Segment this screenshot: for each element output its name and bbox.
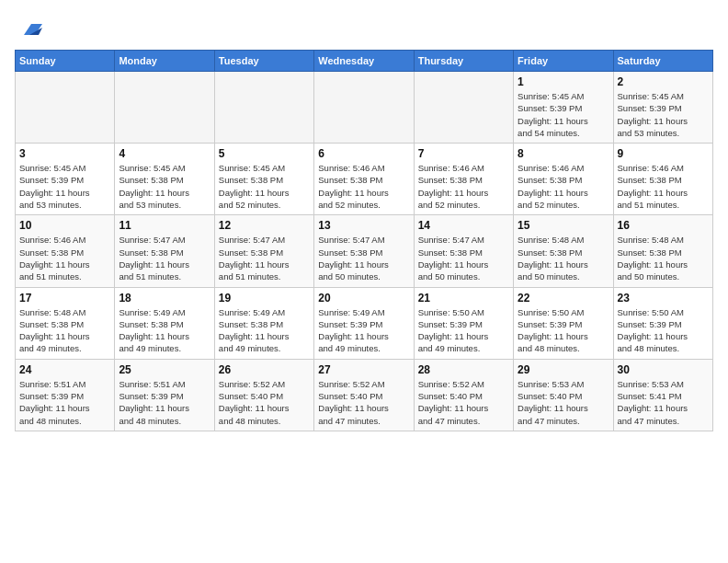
logo-icon [17,15,42,40]
day-number: 10 [19,219,110,232]
day-info: Sunrise: 5:49 AM Sunset: 5:39 PM Dayligh… [318,306,409,355]
day-number: 11 [119,219,210,232]
calendar-cell: 8Sunrise: 5:46 AM Sunset: 5:38 PM Daylig… [514,144,613,215]
calendar-cell: 26Sunrise: 5:52 AM Sunset: 5:40 PM Dayli… [214,359,313,431]
day-info: Sunrise: 5:51 AM Sunset: 5:39 PM Dayligh… [19,378,110,427]
calendar-cell: 6Sunrise: 5:46 AM Sunset: 5:38 PM Daylig… [314,144,414,215]
day-info: Sunrise: 5:45 AM Sunset: 5:39 PM Dayligh… [19,162,110,211]
calendar-day-header: Wednesday [314,51,414,72]
day-number: 4 [119,147,210,160]
day-number: 12 [219,219,310,232]
day-info: Sunrise: 5:48 AM Sunset: 5:38 PM Dayligh… [19,306,110,355]
day-info: Sunrise: 5:45 AM Sunset: 5:39 PM Dayligh… [518,90,609,139]
day-number: 16 [618,219,709,232]
calendar-cell: 24Sunrise: 5:51 AM Sunset: 5:39 PM Dayli… [16,359,115,431]
day-info: Sunrise: 5:52 AM Sunset: 5:40 PM Dayligh… [318,378,409,427]
day-info: Sunrise: 5:53 AM Sunset: 5:41 PM Dayligh… [618,378,709,427]
calendar-cell: 7Sunrise: 5:46 AM Sunset: 5:38 PM Daylig… [414,144,513,215]
day-info: Sunrise: 5:46 AM Sunset: 5:38 PM Dayligh… [518,162,609,211]
day-number: 8 [518,147,609,160]
day-number: 20 [318,292,409,304]
calendar-cell: 20Sunrise: 5:49 AM Sunset: 5:39 PM Dayli… [314,287,414,359]
day-number: 24 [19,363,110,376]
calendar-cell: 29Sunrise: 5:53 AM Sunset: 5:40 PM Dayli… [514,359,613,431]
day-info: Sunrise: 5:46 AM Sunset: 5:38 PM Dayligh… [418,162,509,211]
calendar-cell: 17Sunrise: 5:48 AM Sunset: 5:38 PM Dayli… [16,287,115,359]
calendar-cell: 10Sunrise: 5:46 AM Sunset: 5:38 PM Dayli… [16,215,115,287]
calendar-day-header: Saturday [613,51,712,72]
day-number: 15 [518,219,609,232]
page-header [15,15,713,40]
day-number: 5 [219,147,310,160]
calendar-cell: 2Sunrise: 5:45 AM Sunset: 5:39 PM Daylig… [613,72,712,144]
day-number: 29 [518,363,609,376]
calendar-cell: 18Sunrise: 5:49 AM Sunset: 5:38 PM Dayli… [115,287,214,359]
calendar-week-row: 3Sunrise: 5:45 AM Sunset: 5:39 PM Daylig… [16,144,713,215]
calendar-body: 1Sunrise: 5:45 AM Sunset: 5:39 PM Daylig… [16,72,713,431]
day-info: Sunrise: 5:47 AM Sunset: 5:38 PM Dayligh… [418,234,509,282]
day-number: 13 [318,219,409,232]
day-number: 14 [418,219,509,232]
calendar-cell: 16Sunrise: 5:48 AM Sunset: 5:38 PM Dayli… [613,215,712,287]
day-number: 7 [418,147,509,160]
calendar-cell: 13Sunrise: 5:47 AM Sunset: 5:38 PM Dayli… [314,215,414,287]
day-info: Sunrise: 5:50 AM Sunset: 5:39 PM Dayligh… [518,306,609,355]
calendar-week-row: 10Sunrise: 5:46 AM Sunset: 5:38 PM Dayli… [16,215,713,287]
logo [15,15,42,40]
day-number: 23 [618,292,709,304]
day-info: Sunrise: 5:49 AM Sunset: 5:38 PM Dayligh… [219,306,310,355]
day-number: 28 [418,363,509,376]
day-info: Sunrise: 5:52 AM Sunset: 5:40 PM Dayligh… [219,378,310,427]
day-info: Sunrise: 5:46 AM Sunset: 5:38 PM Dayligh… [19,234,110,282]
calendar-day-header: Sunday [16,51,115,72]
calendar-table: SundayMondayTuesdayWednesdayThursdayFrid… [15,50,713,431]
calendar-week-row: 17Sunrise: 5:48 AM Sunset: 5:38 PM Dayli… [16,287,713,359]
day-number: 1 [518,75,609,88]
calendar-cell: 11Sunrise: 5:47 AM Sunset: 5:38 PM Dayli… [115,215,214,287]
calendar-cell: 9Sunrise: 5:46 AM Sunset: 5:38 PM Daylig… [613,144,712,215]
calendar-cell: 14Sunrise: 5:47 AM Sunset: 5:38 PM Dayli… [414,215,513,287]
calendar-cell [414,72,513,144]
calendar-day-header: Thursday [414,51,513,72]
calendar-cell: 12Sunrise: 5:47 AM Sunset: 5:38 PM Dayli… [214,215,313,287]
calendar-cell [16,72,115,144]
day-info: Sunrise: 5:45 AM Sunset: 5:38 PM Dayligh… [219,162,310,211]
calendar-day-header: Tuesday [214,51,313,72]
calendar-cell: 5Sunrise: 5:45 AM Sunset: 5:38 PM Daylig… [214,144,313,215]
calendar-cell: 1Sunrise: 5:45 AM Sunset: 5:39 PM Daylig… [514,72,613,144]
day-info: Sunrise: 5:48 AM Sunset: 5:38 PM Dayligh… [518,234,609,282]
calendar-cell: 30Sunrise: 5:53 AM Sunset: 5:41 PM Dayli… [613,359,712,431]
day-number: 25 [119,363,210,376]
day-number: 2 [618,75,709,88]
day-number: 22 [518,292,609,304]
day-number: 6 [318,147,409,160]
day-info: Sunrise: 5:46 AM Sunset: 5:38 PM Dayligh… [318,162,409,211]
calendar-cell: 21Sunrise: 5:50 AM Sunset: 5:39 PM Dayli… [414,287,513,359]
calendar-cell: 19Sunrise: 5:49 AM Sunset: 5:38 PM Dayli… [214,287,313,359]
calendar-cell: 4Sunrise: 5:45 AM Sunset: 5:38 PM Daylig… [115,144,214,215]
day-number: 3 [19,147,110,160]
calendar-week-row: 24Sunrise: 5:51 AM Sunset: 5:39 PM Dayli… [16,359,713,431]
calendar-week-row: 1Sunrise: 5:45 AM Sunset: 5:39 PM Daylig… [16,72,713,144]
day-info: Sunrise: 5:48 AM Sunset: 5:38 PM Dayligh… [618,234,709,282]
calendar-cell: 3Sunrise: 5:45 AM Sunset: 5:39 PM Daylig… [16,144,115,215]
calendar-day-header: Friday [514,51,613,72]
calendar-day-header: Monday [115,51,214,72]
day-info: Sunrise: 5:50 AM Sunset: 5:39 PM Dayligh… [618,306,709,355]
calendar-cell: 27Sunrise: 5:52 AM Sunset: 5:40 PM Dayli… [314,359,414,431]
day-info: Sunrise: 5:46 AM Sunset: 5:38 PM Dayligh… [618,162,709,211]
day-info: Sunrise: 5:50 AM Sunset: 5:39 PM Dayligh… [418,306,509,355]
day-number: 21 [418,292,509,304]
day-number: 17 [19,292,110,304]
day-info: Sunrise: 5:47 AM Sunset: 5:38 PM Dayligh… [219,234,310,282]
day-info: Sunrise: 5:45 AM Sunset: 5:39 PM Dayligh… [618,90,709,139]
day-info: Sunrise: 5:47 AM Sunset: 5:38 PM Dayligh… [119,234,210,282]
calendar-cell: 22Sunrise: 5:50 AM Sunset: 5:39 PM Dayli… [514,287,613,359]
calendar-cell [115,72,214,144]
day-info: Sunrise: 5:51 AM Sunset: 5:39 PM Dayligh… [119,378,210,427]
day-info: Sunrise: 5:47 AM Sunset: 5:38 PM Dayligh… [318,234,409,282]
day-info: Sunrise: 5:53 AM Sunset: 5:40 PM Dayligh… [518,378,609,427]
day-number: 18 [119,292,210,304]
day-number: 26 [219,363,310,376]
calendar-cell [214,72,313,144]
